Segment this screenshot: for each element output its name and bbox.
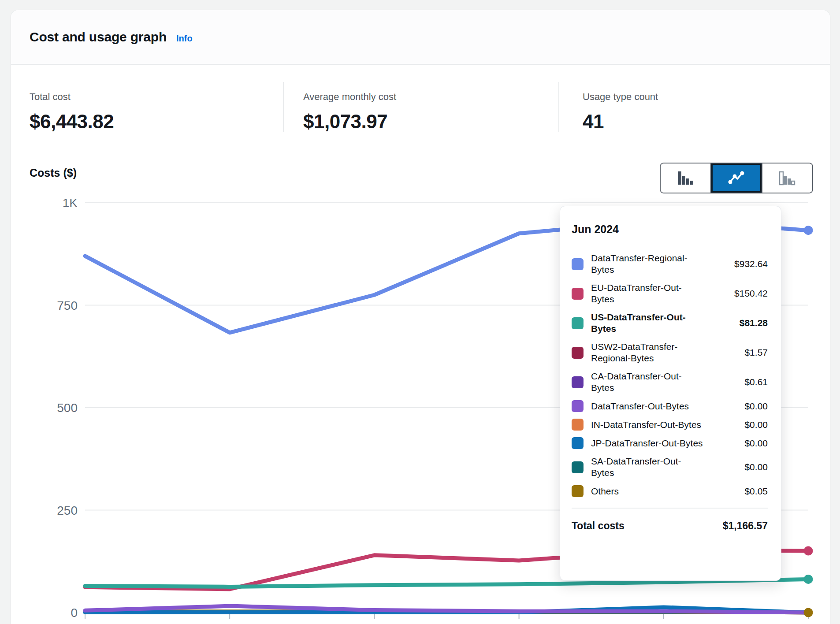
- series-label: DataTransfer-Out-Bytes: [591, 401, 704, 412]
- tooltip-row: CA-DataTransfer-Out-Bytes$0.61: [572, 371, 768, 394]
- chart-type-line-button[interactable]: [710, 163, 761, 193]
- stat-value: $6,443.82: [30, 111, 114, 133]
- series-label: JP-DataTransfer-Out-Bytes: [591, 438, 704, 449]
- svg-text:750: 750: [57, 299, 78, 312]
- chart-type-bar-button[interactable]: [661, 163, 710, 193]
- tooltip-total-value: $1,166.57: [723, 520, 768, 532]
- series-color-swatch: [572, 485, 584, 497]
- stat-label: Total cost: [30, 91, 114, 103]
- card-header: Cost and usage graph Info: [11, 10, 830, 65]
- series-label: DataTransfer-Regional-Bytes: [591, 253, 704, 275]
- chart-tooltip: Jun 2024 DataTransfer-Regional-Bytes$932…: [560, 206, 781, 581]
- page-title: Cost and usage graph: [30, 30, 167, 45]
- series-value: $0.00: [744, 462, 768, 472]
- series-value: $0.00: [744, 420, 768, 430]
- series-value: $0.61: [744, 377, 768, 387]
- stats-divider: [283, 82, 284, 132]
- info-link[interactable]: Info: [176, 33, 193, 44]
- stat-value: $1,073.97: [303, 111, 396, 133]
- series-label: EU-DataTransfer-Out-Bytes: [591, 282, 704, 305]
- tooltip-row: SA-DataTransfer-Out-Bytes$0.00: [572, 456, 768, 479]
- series-color-swatch: [572, 376, 584, 388]
- stat-usage-type-count: Usage type count 41: [583, 91, 658, 133]
- stat-label: Usage type count: [583, 91, 658, 103]
- series-color-swatch: [572, 419, 584, 431]
- tooltip-total-label: Total costs: [572, 520, 624, 532]
- tooltip-row: DataTransfer-Out-Bytes$0.00: [572, 400, 768, 412]
- series-color-swatch: [572, 347, 584, 359]
- series-label: IN-DataTransfer-Out-Bytes: [591, 419, 704, 431]
- stat-value: 41: [583, 111, 658, 133]
- chart-type-toggle: [660, 163, 813, 193]
- series-value: $1.57: [744, 347, 768, 358]
- stats-divider: [558, 82, 559, 132]
- series-label: Others: [591, 486, 704, 497]
- series-value: $932.64: [734, 259, 768, 269]
- line-chart-icon: [728, 171, 745, 186]
- bar-chart-icon: [677, 170, 695, 186]
- tooltip-title: Jun 2024: [572, 223, 768, 236]
- stat-total-cost: Total cost $6,443.82: [30, 91, 114, 133]
- svg-text:250: 250: [57, 504, 78, 517]
- series-label: US-DataTransfer-Out-Bytes: [591, 312, 704, 334]
- series-color-swatch: [572, 437, 584, 449]
- tooltip-divider: [572, 508, 768, 509]
- tooltip-row: Others$0.05: [572, 485, 768, 497]
- tooltip-row: EU-DataTransfer-Out-Bytes$150.42: [572, 282, 768, 305]
- series-label: SA-DataTransfer-Out-Bytes: [591, 456, 704, 479]
- series-value: $0.05: [744, 486, 768, 497]
- tooltip-row: US-DataTransfer-Out-Bytes$81.28: [572, 312, 768, 334]
- svg-text:1K: 1K: [63, 196, 78, 210]
- series-color-swatch: [572, 258, 584, 270]
- tooltip-total-row: Total costs $1,166.57: [572, 520, 768, 532]
- tooltip-row: USW2-DataTransfer-Regional-Bytes$1.57: [572, 341, 768, 364]
- tooltip-row: IN-DataTransfer-Out-Bytes$0.00: [572, 419, 768, 431]
- series-label: CA-DataTransfer-Out-Bytes: [591, 371, 704, 394]
- series-color-swatch: [572, 461, 584, 473]
- series-color-swatch: [572, 288, 584, 300]
- series-color-swatch: [572, 400, 584, 412]
- chart-title: Costs ($): [30, 167, 77, 179]
- series-value: $0.00: [744, 401, 768, 412]
- series-value: $0.00: [744, 438, 768, 449]
- tooltip-row: JP-DataTransfer-Out-Bytes$0.00: [572, 437, 768, 449]
- svg-text:500: 500: [57, 401, 78, 415]
- svg-text:0: 0: [71, 606, 78, 620]
- series-color-swatch: [572, 317, 584, 329]
- series-label: USW2-DataTransfer-Regional-Bytes: [591, 341, 704, 364]
- stacked-bar-chart-icon: [778, 170, 796, 186]
- series-value: $150.42: [734, 288, 768, 299]
- stat-label: Average monthly cost: [303, 91, 396, 103]
- series-value: $81.28: [740, 318, 768, 328]
- chart-type-stacked-bar-button[interactable]: [762, 163, 812, 193]
- stat-average-monthly-cost: Average monthly cost $1,073.97: [303, 91, 396, 133]
- tooltip-row: DataTransfer-Regional-Bytes$932.64: [572, 253, 768, 275]
- tooltip-rows: DataTransfer-Regional-Bytes$932.64EU-Dat…: [572, 253, 768, 497]
